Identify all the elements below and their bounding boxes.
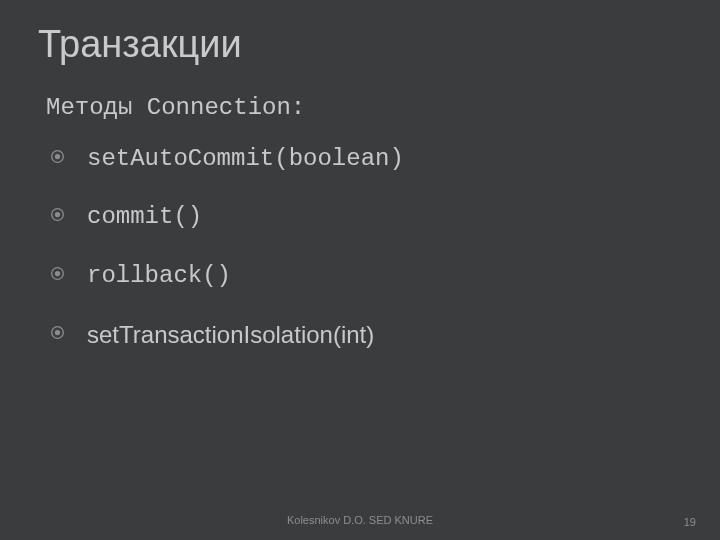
bullet-icon bbox=[50, 325, 65, 340]
bullet-icon bbox=[50, 149, 65, 164]
bullet-text: rollback() bbox=[87, 262, 231, 291]
svg-point-1 bbox=[55, 153, 60, 158]
list-item: commit() bbox=[38, 203, 680, 232]
list-item: setTransactionIsolation(int) bbox=[38, 321, 680, 350]
bullet-text: setTransactionIsolation(int) bbox=[87, 321, 374, 350]
page-number: 19 bbox=[684, 516, 696, 528]
slide-subtitle: Методы Connection: bbox=[46, 94, 680, 123]
bullet-text: commit() bbox=[87, 203, 202, 232]
svg-point-3 bbox=[55, 212, 60, 217]
bullet-icon bbox=[50, 207, 65, 222]
slide: Транзакции Методы Connection: setAutoCom… bbox=[0, 0, 720, 540]
bullet-text: setAutoCommit(boolean) bbox=[87, 145, 404, 174]
bullet-icon bbox=[50, 266, 65, 281]
list-item: rollback() bbox=[38, 262, 680, 291]
slide-title: Транзакции bbox=[38, 24, 680, 66]
footer-author: Kolesnikov D.O. SED KNURE bbox=[0, 514, 720, 526]
svg-point-7 bbox=[55, 330, 60, 335]
svg-point-5 bbox=[55, 271, 60, 276]
bullet-list: setAutoCommit(boolean) commit() rollback… bbox=[38, 145, 680, 350]
list-item: setAutoCommit(boolean) bbox=[38, 145, 680, 174]
